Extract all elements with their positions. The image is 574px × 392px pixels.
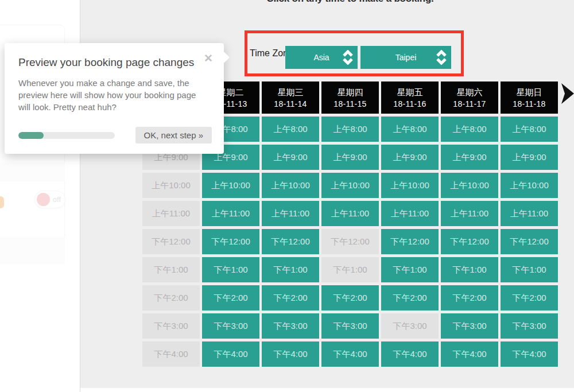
time-slot[interactable]: 下午2:00 [381, 285, 439, 311]
onboarding-popup: Preview your booking page changes ✕ When… [5, 43, 224, 154]
toggle-knob-icon [37, 193, 50, 206]
day-column: 星期三18-11-14上午8:00上午9:00上午10:00上午11:00下午1… [262, 81, 319, 367]
day-header: 星期六18-11-17 [441, 81, 498, 114]
time-slot[interactable]: 上午9:00 [501, 145, 558, 170]
time-slot[interactable]: 上午11:00 [321, 201, 379, 226]
time-slot[interactable]: 上午11:00 [262, 201, 319, 226]
time-slot[interactable]: 上午11:00 [441, 201, 498, 226]
popup-pointer-icon [224, 52, 230, 63]
toggle-state-label: off [53, 195, 61, 204]
time-slot: 下午3:00 [142, 313, 200, 339]
day-name: 星期五 [381, 87, 439, 98]
time-slot[interactable]: 上午8:00 [321, 117, 379, 142]
timezone-region-select[interactable]: Asia [285, 46, 358, 69]
booking-instruction: Click on any time to make a booking. [142, 0, 558, 5]
day-column: 星期六18-11-17上午8:00上午9:00上午10:00上午11:00下午1… [441, 81, 498, 367]
day-header: 星期三18-11-14 [262, 81, 319, 114]
day-name: 星期日 [501, 87, 558, 98]
day-date: 18-11-14 [262, 99, 319, 108]
settings-section-row [0, 237, 65, 264]
time-slot[interactable]: 下午1:00 [381, 257, 439, 282]
clipped-icon [0, 196, 4, 208]
day-header: 星期五18-11-16 [381, 81, 439, 114]
time-slot[interactable]: 上午8:00 [441, 117, 498, 142]
time-slot[interactable]: 上午9:00 [381, 145, 439, 170]
time-slot[interactable]: 上午10:00 [501, 173, 558, 198]
popup-title: Preview your booking page changes [5, 43, 224, 69]
ok-next-step-button[interactable]: OK, next step » [135, 127, 212, 143]
time-slot[interactable]: 下午1:00 [501, 257, 558, 282]
time-slot[interactable]: 下午4:00 [321, 341, 379, 367]
time-slot: 下午12:00 [142, 229, 200, 254]
time-slot: 上午10:00 [142, 173, 200, 198]
next-week-arrow[interactable] [561, 82, 574, 105]
day-date: 18-11-16 [381, 99, 439, 108]
time-slot: 上午11:00 [142, 201, 200, 226]
time-slot[interactable]: 上午9:00 [441, 145, 498, 170]
time-slot[interactable]: 上午9:00 [262, 145, 319, 170]
timezone-region-value: Asia [313, 53, 329, 62]
time-slot[interactable]: 下午4:00 [381, 341, 439, 367]
time-slot: 下午2:00 [142, 285, 200, 311]
time-slot[interactable]: 上午9:00 [321, 145, 379, 170]
onboarding-progress-bar [18, 132, 115, 139]
time-slot[interactable]: 下午3:00 [321, 313, 379, 339]
settings-section-row [0, 162, 65, 181]
time-slot[interactable]: 下午4:00 [202, 341, 259, 367]
time-slot[interactable]: 上午8:00 [501, 117, 558, 142]
time-slot: 下午1:00 [142, 257, 200, 282]
select-updown-icon [342, 50, 354, 65]
select-updown-icon [436, 50, 447, 65]
time-slot[interactable]: 下午12:00 [202, 229, 259, 254]
time-slot[interactable]: 上午11:00 [381, 201, 439, 226]
time-slot[interactable]: 下午4:00 [262, 341, 319, 367]
day-name: 星期四 [321, 87, 379, 98]
day-name: 星期六 [441, 87, 498, 98]
time-slot[interactable]: 上午8:00 [381, 117, 439, 142]
time-slot: 下午4:00 [142, 341, 200, 367]
time-slot[interactable]: 下午3:00 [262, 313, 319, 339]
time-slot[interactable]: 上午8:00 [262, 117, 319, 142]
time-slot[interactable]: 上午11:00 [202, 201, 259, 226]
time-slot[interactable]: 下午12:00 [441, 229, 498, 254]
timezone-city-select[interactable]: Taipei [360, 46, 451, 69]
time-slot[interactable]: 下午2:00 [321, 285, 379, 311]
time-slot[interactable]: 上午10:00 [202, 173, 259, 198]
day-date: 18-11-17 [441, 99, 498, 108]
time-slot[interactable]: 下午3:00 [441, 313, 498, 339]
off-toggle[interactable]: off [34, 191, 65, 208]
time-slot: 下午1:00 [321, 257, 379, 282]
day-column: 星期日18-11-18上午8:00上午9:00上午10:00上午11:00下午1… [501, 81, 558, 367]
time-slot[interactable]: 上午10:00 [262, 173, 319, 198]
popup-body-text: Whenever you make a change and save, the… [18, 77, 208, 113]
time-slot[interactable]: 下午1:00 [262, 257, 319, 282]
time-slot[interactable]: 下午2:00 [262, 285, 319, 311]
day-column: 星期五18-11-16上午8:00上午9:00上午10:00上午11:00下午1… [381, 81, 439, 367]
time-slot[interactable]: 下午1:00 [441, 257, 498, 282]
time-slot[interactable]: 下午1:00 [202, 257, 259, 282]
day-name: 星期三 [262, 87, 319, 98]
day-header: 星期日18-11-18 [501, 81, 558, 114]
close-icon[interactable]: ✕ [204, 53, 213, 64]
time-slot[interactable]: 下午3:00 [501, 313, 558, 339]
time-slot: 下午12:00 [321, 229, 379, 254]
time-slot[interactable]: 下午4:00 [501, 341, 558, 367]
time-slot[interactable]: 下午12:00 [501, 229, 558, 254]
time-slot[interactable]: 下午2:00 [202, 285, 259, 311]
time-slot[interactable]: 下午3:00 [202, 313, 259, 339]
time-slot[interactable]: 上午10:00 [321, 173, 379, 198]
time-slot[interactable]: 上午10:00 [441, 173, 498, 198]
time-slot[interactable]: 下午12:00 [262, 229, 319, 254]
time-slot[interactable]: 下午2:00 [441, 285, 498, 311]
timezone-annotation-box: Time Zone: Asia Taipei [245, 30, 464, 76]
timezone-city-value: Taipei [395, 53, 417, 62]
time-slot[interactable]: 上午10:00 [381, 173, 439, 198]
time-slot[interactable]: 下午12:00 [381, 229, 439, 254]
time-slot[interactable]: 下午4:00 [441, 341, 498, 367]
time-slot[interactable]: 上午11:00 [501, 201, 558, 226]
day-date: 18-11-18 [501, 99, 558, 108]
day-column: 星期四18-11-15上午8:00上午9:00上午10:00上午11:00下午1… [321, 81, 379, 367]
day-date: 18-11-15 [321, 99, 379, 108]
time-slot[interactable]: 下午2:00 [501, 285, 558, 311]
time-slot: 下午3:00 [381, 313, 439, 339]
